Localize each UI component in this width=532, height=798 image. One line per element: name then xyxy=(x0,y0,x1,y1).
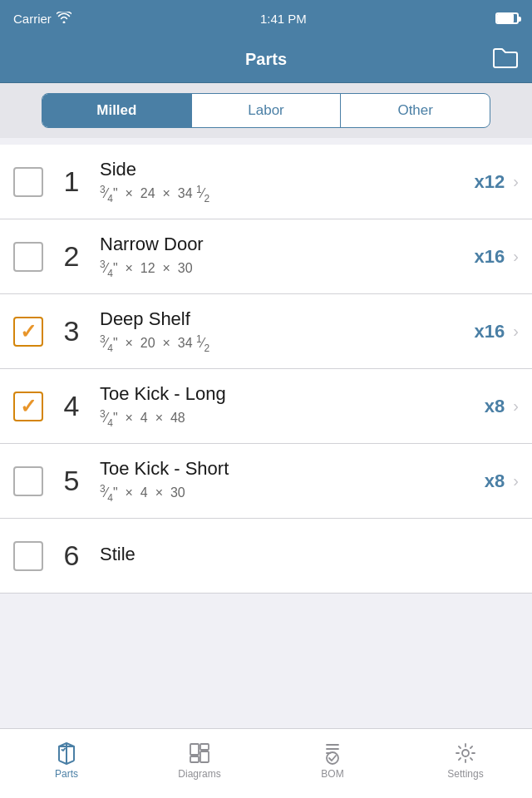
tab-labor[interactable]: Labor xyxy=(192,94,342,127)
page-title: Parts xyxy=(245,50,287,69)
tab-parts[interactable]: Parts xyxy=(0,741,133,786)
part-dims-2: 3⁄4" × 12 × 30 xyxy=(100,259,475,279)
table-row[interactable]: 6 Stile xyxy=(0,519,532,594)
chevron-icon-2: › xyxy=(513,247,519,266)
tab-other[interactable]: Other xyxy=(341,94,490,127)
status-bar: Carrier 1:41 PM xyxy=(0,0,532,37)
part-number-4: 4 xyxy=(57,390,86,422)
part-info-1: Side 3⁄4" × 24 × 34 1⁄2 xyxy=(100,159,475,204)
segment-control: Milled Labor Other xyxy=(42,93,490,128)
nav-bar: Parts xyxy=(0,37,532,83)
table-row[interactable]: 1 Side 3⁄4" × 24 × 34 1⁄2 x12 › xyxy=(0,145,532,219)
diagrams-icon xyxy=(188,741,211,765)
checkbox-3[interactable]: ✓ xyxy=(13,317,43,347)
checkmark-icon-4: ✓ xyxy=(20,395,37,418)
part-number-3: 3 xyxy=(57,315,86,347)
part-info-4: Toe Kick - Long 3⁄4" × 4 × 48 xyxy=(100,383,485,429)
part-qty-5: x8 xyxy=(485,470,505,492)
checkbox-2[interactable] xyxy=(13,242,43,272)
svg-point-5 xyxy=(462,750,469,756)
part-number-6: 6 xyxy=(57,539,86,572)
part-name-4: Toe Kick - Long xyxy=(100,383,485,405)
part-name-2: Narrow Door xyxy=(100,234,475,255)
part-qty-2: x16 xyxy=(475,246,505,268)
part-dims-3: 3⁄4" × 20 × 34 1⁄2 xyxy=(100,333,475,354)
chevron-icon-5: › xyxy=(513,471,519,490)
tab-settings[interactable]: Settings xyxy=(399,741,532,786)
folder-button[interactable] xyxy=(492,46,519,74)
table-row[interactable]: ✓ 4 Toe Kick - Long 3⁄4" × 4 × 48 x8 › xyxy=(0,369,532,444)
part-name-1: Side xyxy=(100,159,475,180)
chevron-icon-4: › xyxy=(513,397,519,416)
part-number-1: 1 xyxy=(57,165,86,198)
carrier-label: Carrier xyxy=(13,12,52,26)
tab-parts-label: Parts xyxy=(55,768,78,780)
chevron-icon-3: › xyxy=(513,322,519,341)
checkbox-5[interactable] xyxy=(13,466,43,496)
part-info-2: Narrow Door 3⁄4" × 12 × 30 xyxy=(100,234,475,279)
carrier-info: Carrier xyxy=(13,12,71,26)
part-dims-5: 3⁄4" × 4 × 30 xyxy=(100,483,485,504)
part-dims-1: 3⁄4" × 24 × 34 1⁄2 xyxy=(100,184,475,204)
settings-icon xyxy=(454,741,477,765)
part-dims-4: 3⁄4" × 4 × 48 xyxy=(100,408,485,429)
wifi-icon xyxy=(57,12,71,26)
parts-list: 1 Side 3⁄4" × 24 × 34 1⁄2 x12 › 2 Narrow… xyxy=(0,145,532,594)
part-number-2: 2 xyxy=(57,240,86,273)
part-name-6: Stile xyxy=(100,544,519,565)
tab-bom-label: BOM xyxy=(321,768,343,780)
table-row[interactable]: ✓ 3 Deep Shelf 3⁄4" × 20 × 34 1⁄2 x16 › xyxy=(0,294,532,369)
tab-diagrams-label: Diagrams xyxy=(178,768,220,780)
parts-icon xyxy=(55,741,78,765)
tab-bom[interactable]: BOM xyxy=(266,741,399,786)
table-row[interactable]: 2 Narrow Door 3⁄4" × 12 × 30 x16 › xyxy=(0,219,532,294)
part-info-6: Stile xyxy=(100,544,519,569)
part-info-3: Deep Shelf 3⁄4" × 20 × 34 1⁄2 xyxy=(100,308,475,354)
part-name-5: Toe Kick - Short xyxy=(100,458,485,480)
tab-diagrams[interactable]: Diagrams xyxy=(133,741,266,786)
checkmark-icon-3: ✓ xyxy=(20,320,37,343)
bom-icon xyxy=(321,741,344,765)
svg-rect-0 xyxy=(190,744,199,755)
checkbox-1[interactable] xyxy=(13,167,43,197)
tab-settings-label: Settings xyxy=(447,768,483,780)
tab-milled[interactable]: Milled xyxy=(42,94,192,127)
tab-bar: Parts Diagrams BOM xyxy=(0,728,532,798)
checkbox-6[interactable] xyxy=(13,541,43,571)
part-number-5: 5 xyxy=(57,465,86,497)
part-info-5: Toe Kick - Short 3⁄4" × 4 × 30 xyxy=(100,458,485,504)
table-row[interactable]: 5 Toe Kick - Short 3⁄4" × 4 × 30 x8 › xyxy=(0,444,532,519)
part-qty-1: x12 xyxy=(475,171,505,193)
battery-icon xyxy=(495,12,519,24)
part-qty-3: x16 xyxy=(475,321,505,342)
time-display: 1:41 PM xyxy=(260,12,307,26)
part-qty-4: x8 xyxy=(485,396,505,417)
part-name-3: Deep Shelf xyxy=(100,308,475,330)
svg-rect-2 xyxy=(200,744,209,750)
svg-rect-1 xyxy=(200,751,209,762)
checkbox-4[interactable]: ✓ xyxy=(13,392,43,421)
chevron-icon-1: › xyxy=(513,172,519,191)
svg-rect-3 xyxy=(190,756,199,762)
segment-container: Milled Labor Other xyxy=(0,83,532,138)
